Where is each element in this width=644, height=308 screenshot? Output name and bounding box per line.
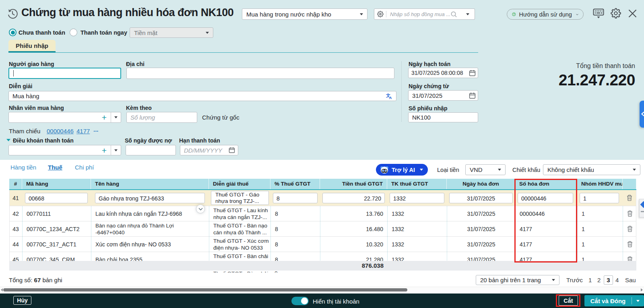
svg-text:?: ? (513, 13, 515, 16)
svg-text:A: A (389, 96, 392, 99)
